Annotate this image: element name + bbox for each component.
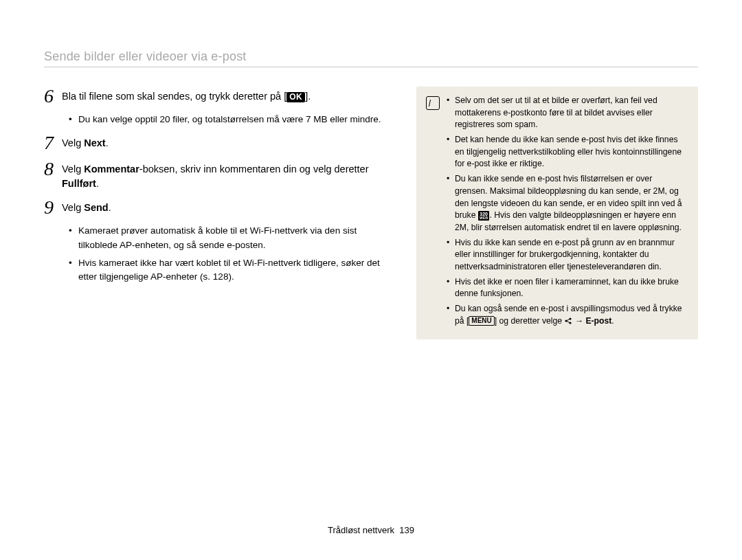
- badge-bot: WEB: [480, 216, 488, 220]
- share-icon: [564, 317, 572, 325]
- step-bold: Kommentar: [84, 164, 139, 175]
- step-text: Velg Kommentar-boksen, skriv inn komment…: [62, 159, 394, 191]
- step-text-post: ].: [305, 91, 311, 102]
- note-item: Du kan ikke sende en e-post hvis filstør…: [447, 173, 687, 234]
- step-text-post: .: [109, 202, 111, 213]
- step-text-mid: -boksen, skriv inn kommentaren din og ve…: [139, 164, 369, 175]
- step-6: 6 Bla til filene som skal sendes, og try…: [44, 87, 394, 106]
- footer-page-number: 139: [399, 525, 414, 535]
- note-mid: ] og deretter velge: [495, 316, 565, 326]
- ok-button-icon: OK: [286, 92, 305, 102]
- bullet-item: Du kan velge opptil 20 filer, og totalst…: [69, 113, 394, 126]
- page-footer: Trådløst nettverk 139: [0, 525, 742, 535]
- bullet-item: Kameraet prøver automatisk å koble til e…: [69, 224, 394, 252]
- steps-column: 6 Bla til filene som skal sendes, og try…: [44, 87, 394, 339]
- step-text-pre: Velg: [62, 164, 84, 175]
- step-text-pre: Velg: [62, 137, 84, 148]
- step-number: 7: [44, 133, 62, 153]
- note-item: Du kan også sende en e-post i avspilling…: [447, 303, 687, 327]
- note-icon: [426, 96, 440, 110]
- note-list: Selv om det ser ut til at et bilde er ov…: [447, 95, 687, 330]
- step-bold: Send: [84, 202, 108, 213]
- resolution-badge-icon: 320WEB: [478, 211, 490, 221]
- step-text: Velg Next.: [62, 133, 394, 150]
- bullet-item: Hvis kameraet ikke har vært koblet til e…: [69, 256, 394, 284]
- svg-line-3: [566, 319, 570, 321]
- note-box: Selv om det ser ut til at et bilde er ov…: [416, 87, 698, 339]
- step-number: 8: [44, 159, 62, 179]
- step-9: 9 Velg Send.: [44, 198, 394, 217]
- svg-line-4: [566, 321, 570, 323]
- step-text: Bla til filene som skal sendes, og trykk…: [62, 87, 394, 104]
- header-divider: [44, 67, 698, 67]
- menu-button-icon: MENU: [469, 316, 494, 326]
- page-header-title: Sende bilder eller videoer via e-post: [44, 49, 698, 64]
- footer-section: Trådløst nettverk: [328, 525, 394, 535]
- step-text-post: .: [106, 137, 109, 148]
- note-post: .: [611, 316, 614, 326]
- step-number: 6: [44, 87, 62, 106]
- step-text: Velg Send.: [62, 198, 394, 215]
- step-bold-2: Fullført: [62, 178, 96, 189]
- step-text-pre: Velg: [62, 202, 84, 213]
- step-text-pre: Bla til filene som skal sendes, og trykk…: [62, 91, 286, 102]
- note-item: Hvis du ikke kan sende en e-post på grun…: [447, 237, 687, 273]
- step-6-bullets: Du kan velge opptil 20 filer, og totalst…: [44, 113, 394, 126]
- step-bold: Next: [84, 137, 105, 148]
- note-arrow: →: [572, 316, 585, 326]
- note-bold: E-post: [585, 316, 611, 326]
- note-item: Det kan hende du ikke kan sende e-post h…: [447, 134, 687, 170]
- step-8: 8 Velg Kommentar-boksen, skriv inn komme…: [44, 159, 394, 191]
- step-number: 9: [44, 198, 62, 217]
- step-7: 7 Velg Next.: [44, 133, 394, 153]
- note-item: Selv om det ser ut til at et bilde er ov…: [447, 95, 687, 131]
- note-post: . Hvis den valgte bildeoppløsningen er h…: [455, 210, 682, 232]
- step-text-post: .: [96, 178, 99, 189]
- note-item: Hvis det ikke er noen filer i kameraminn…: [447, 276, 687, 300]
- step-9-bullets: Kameraet prøver automatisk å koble til e…: [44, 224, 394, 284]
